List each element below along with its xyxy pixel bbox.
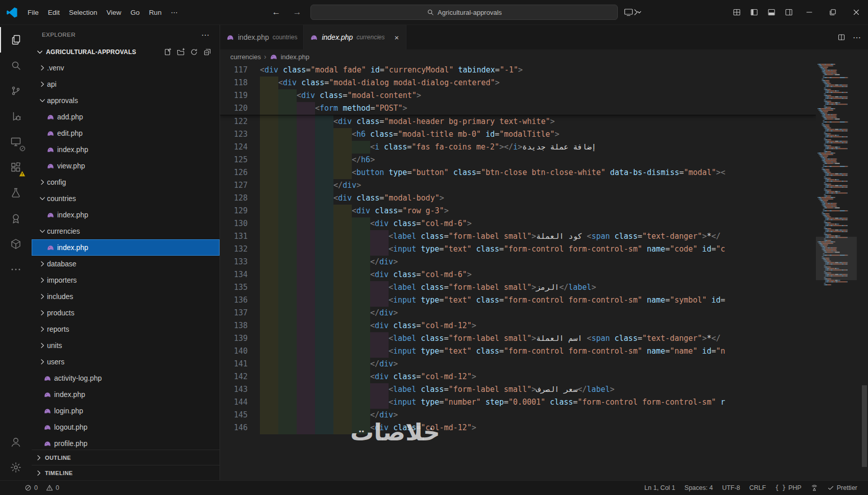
new-file-icon[interactable] [163,48,172,56]
activity-more-views[interactable] [0,257,32,282]
minimap-slider[interactable] [816,237,857,280]
tree-folder-database[interactable]: database [32,256,220,272]
tab-currencies-index-php[interactable]: index.phpcurrencies× [304,25,406,50]
tree-folder-reports[interactable]: reports [32,321,220,337]
status-ports[interactable] [806,484,823,491]
indent-guide [333,358,352,370]
code-tokens: <input type="number" step="0.0001" class… [389,396,725,409]
tree-folder-importers[interactable]: importers [32,272,220,288]
indent-guide [297,307,315,319]
tree-folder--venv[interactable]: .venv [32,60,220,76]
command-center-search[interactable]: Agricultural-approvals [310,5,618,20]
chevron-right-icon [38,64,47,72]
panel-right-icon[interactable] [780,5,798,20]
section-outline[interactable]: OUTLINE [32,450,220,465]
tree-file-edit-php[interactable]: edit.php [32,125,220,141]
line-number: 134 [220,268,260,281]
tree-file-add-php[interactable]: add.php [32,109,220,125]
php-file-icon [43,407,52,415]
breadcrumb-file[interactable]: index.php [281,53,309,61]
line-number: 129 [220,205,260,217]
minimap[interactable] [816,64,857,480]
breadcrumb: currencies › index.php [220,50,868,64]
indent-guide [297,294,315,307]
code-editor[interactable]: 121<input type="hidden" name="id" id="cu… [220,64,868,480]
minimize-button[interactable] [798,0,821,24]
tree-file-activity-log-php[interactable]: activity-log.php [32,370,220,386]
activity-explorer[interactable] [0,27,32,53]
tree-file-view-php[interactable]: view.php [32,158,220,174]
tree-folder-includes[interactable]: includes [32,288,220,305]
indent-guide [278,332,297,345]
activity-extensions[interactable] [0,155,32,180]
tree-folder-currencies[interactable]: currencies [32,223,220,239]
scrollbar-thumb[interactable] [862,385,867,467]
menu-item-view[interactable]: View [102,6,126,19]
status-language-mode[interactable]: { }PHP [770,484,806,491]
vertical-scrollbar[interactable] [861,64,868,480]
split-editor-icon[interactable] [837,33,846,41]
code-line: 124<i class="fas fa-coins me-2"></i>إضاف… [220,141,816,154]
status-problems-warnings[interactable]: 0 [45,484,60,491]
menu-item-go[interactable]: Go [126,6,144,19]
navigate-back-icon[interactable]: ← [269,6,283,18]
navigate-forward-icon[interactable]: → [290,6,304,18]
status-formatter[interactable]: Prettier [823,484,862,491]
indent-guide [260,307,278,319]
tree-file-logout-php[interactable]: logout.php [32,419,220,435]
menu-item-run[interactable]: Run [144,6,166,19]
activity-accounts[interactable] [0,429,32,455]
collapse-all-icon[interactable] [203,48,211,56]
activity-source-control[interactable] [0,78,32,104]
tree-file-index-php[interactable]: index.php [32,207,220,223]
activity-testing[interactable] [0,180,32,206]
status-problems-errors[interactable]: 0 [23,484,39,491]
tree-folder-users[interactable]: users [32,354,220,370]
activity-extension-view-1[interactable] [0,206,32,231]
tree-folder-products[interactable]: products [32,305,220,321]
menu-more-button[interactable]: ⋯ [166,6,182,19]
panel-left-icon[interactable] [745,5,763,20]
section-timeline[interactable]: TIMELINE [32,465,220,480]
tab-close-icon[interactable]: × [394,33,400,42]
indent-guide [260,115,278,128]
tree-file-index-php[interactable]: index.php [32,386,220,403]
panel-bottom-icon[interactable] [763,5,780,20]
project-root-row[interactable]: AGRICULTURAL-APPROVALS [32,44,220,60]
code-line: 144<input type="number" step="0.0001" cl… [220,396,816,409]
activity-run-debug[interactable] [0,104,32,129]
activity-extension-view-2[interactable] [0,231,32,257]
breadcrumb-folder[interactable]: currencies [230,53,261,61]
tree-folder-units[interactable]: units [32,337,220,354]
tree-file-login-php[interactable]: login.php [32,403,220,419]
screen-share-icon[interactable] [624,8,641,16]
status-encoding[interactable]: UTF-8 [717,484,744,491]
tree-file-index-php[interactable]: index.php [32,141,220,158]
status-eol-sequence[interactable]: CRLF [745,484,771,491]
menu-item-file[interactable]: File [23,6,43,19]
menu-item-selection[interactable]: Selection [64,6,102,19]
status-cursor-position[interactable]: Ln 1, Col 1 [640,484,680,491]
activity-settings[interactable] [0,455,32,480]
tab-countries-index-php[interactable]: index.phpcountries [220,25,304,50]
tree-item-label: index.php [57,211,88,219]
activity-remote-explorer[interactable] [0,129,32,155]
status-bar: 00 Ln 1, Col 1Spaces: 4UTF-8CRLF{ }PHPPr… [0,480,868,495]
php-file-icon [270,53,278,61]
restore-button[interactable] [821,0,845,24]
status-indentation[interactable]: Spaces: 4 [680,484,718,491]
tree-folder-approvals[interactable]: approvals [32,92,220,109]
tree-folder-countries[interactable]: countries [32,190,220,207]
new-folder-icon[interactable] [177,48,185,56]
tree-file-profile-php[interactable]: profile.php [32,435,220,451]
refresh-icon[interactable] [190,48,198,56]
sidebar-more-actions[interactable]: ⋯ [199,30,211,40]
activity-search[interactable] [0,53,32,78]
tree-file-index-php[interactable]: index.php [32,239,220,256]
layout-grid-icon[interactable] [728,5,745,20]
menu-item-edit[interactable]: Edit [43,6,64,19]
close-button[interactable] [845,0,868,24]
tree-folder-api[interactable]: api [32,76,220,92]
tree-folder-config[interactable]: config [32,174,220,190]
editor-more-actions[interactable]: ⋯ [853,33,861,42]
